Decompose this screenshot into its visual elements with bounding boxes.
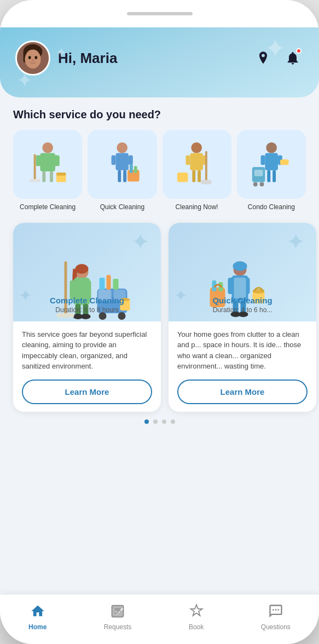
svg-point-86 [275,609,276,611]
svg-point-17 [117,142,128,153]
svg-rect-16 [56,173,66,176]
svg-rect-70 [228,278,233,294]
section-title: Which service do you need? [13,108,306,121]
svg-rect-82 [114,608,121,610]
dot-3[interactable] [162,419,166,424]
nav-item-home[interactable]: Home [18,601,57,633]
svg-rect-39 [267,170,270,182]
card-info-complete: Complete Cleaning Duration: 6 to 8 hours [13,296,161,317]
featured-card-complete: ✦ ✦ [13,223,161,412]
svg-rect-13 [34,154,36,181]
featured-cards-row: ✦ ✦ [13,223,306,412]
svg-point-3 [25,50,41,69]
svg-point-26 [192,142,202,153]
svg-point-4 [28,56,31,59]
svg-point-87 [272,609,274,611]
sparkle-icon-2: ✦ [16,69,33,92]
service-label-condo: Condo Cleaning [248,203,295,212]
svg-rect-23 [127,170,140,182]
svg-rect-30 [193,170,196,182]
card-name-complete: Complete Cleaning [21,296,153,305]
service-icon-complete [13,130,82,199]
svg-rect-27 [190,153,204,170]
book-icon [189,603,204,621]
svg-rect-32 [205,151,207,182]
svg-rect-14 [30,179,40,182]
svg-rect-8 [40,153,55,171]
bottom-nav: Home Requests [0,594,319,644]
requests-icon [110,603,125,621]
svg-rect-84 [114,612,119,613]
nav-item-requests[interactable]: Requests [93,601,143,633]
card-top-complete: ✦ ✦ [13,223,161,321]
nav-item-book[interactable]: Book [178,601,215,633]
svg-rect-40 [272,170,276,182]
svg-rect-24 [130,164,133,173]
card-desc-quick: Your home goes from clutter to a clean a… [177,329,308,372]
svg-rect-21 [118,170,121,182]
svg-rect-11 [42,171,45,182]
service-label-complete: Complete Cleaning [20,203,76,212]
nav-label-questions: Questions [261,623,291,631]
learn-more-button-complete[interactable]: Learn More [22,380,152,404]
sparkle-icon-3: ✦ [55,44,67,62]
service-icon-now [163,130,231,199]
svg-rect-18 [116,153,129,170]
service-item-cleaning-now[interactable]: Cleaning Now! [163,130,231,212]
svg-rect-22 [123,170,126,182]
phone-screen: ✦ ✦ ✦ [0,27,319,644]
phone-notch-area [0,0,319,27]
service-item-quick-cleaning[interactable]: Quick Cleaning [88,130,156,212]
svg-rect-31 [198,170,201,182]
svg-rect-25 [134,166,137,173]
svg-rect-12 [50,171,53,182]
svg-rect-64 [113,279,118,290]
svg-rect-62 [99,278,105,290]
svg-point-68 [233,261,247,271]
svg-rect-20 [129,155,133,165]
card-top-quick: ✦ ✦ [169,223,316,321]
dot-2[interactable] [153,419,158,424]
svg-rect-44 [254,170,263,176]
card-duration-quick: Duration: 4 to 6 ho... [176,306,309,314]
notification-badge [296,48,301,54]
svg-rect-45 [280,159,289,165]
service-item-condo-cleaning[interactable]: Condo Cleaning [237,130,306,212]
svg-rect-19 [112,155,116,165]
card-info-quick: Quick Cleaning Duration: 4 to 6 ho... [169,296,316,317]
nav-label-requests: Requests [104,623,132,631]
svg-rect-34 [177,173,188,182]
nav-label-book: Book [189,623,204,631]
svg-rect-33 [201,180,212,185]
svg-point-6 [32,59,34,61]
nav-item-questions[interactable]: Questions [250,601,301,633]
pagination-dots [13,419,306,424]
svg-point-7 [42,142,53,153]
card-body-complete: This service goes far beyond superficial… [13,321,161,412]
card-desc-complete: This service goes far beyond superficial… [22,329,152,372]
service-label-now: Cleaning Now! [176,203,218,212]
service-item-complete-cleaning[interactable]: Complete Cleaning [13,130,82,212]
svg-point-43 [259,182,264,187]
svg-rect-36 [265,153,278,170]
svg-rect-10 [54,155,60,166]
svg-rect-37 [260,155,265,165]
service-label-quick: Quick Cleaning [100,203,144,212]
svg-point-5 [34,56,37,59]
learn-more-button-quick[interactable]: Learn More [177,380,308,404]
dot-1[interactable] [144,419,149,424]
featured-card-quick: ✦ ✦ [169,223,316,412]
nav-label-home: Home [28,623,47,631]
svg-point-35 [266,142,277,153]
card-body-quick: Your home goes from clutter to a clean a… [169,321,316,412]
card-duration-complete: Duration: 6 to 8 hours [21,306,153,314]
svg-point-88 [277,609,279,611]
location-button[interactable] [252,47,274,69]
service-icon-quick [88,130,156,199]
home-icon [30,603,45,621]
dot-4[interactable] [171,419,175,424]
service-icon-condo [237,130,306,199]
svg-point-42 [253,182,257,187]
card-name-quick: Quick Cleaning [176,296,309,305]
notification-button[interactable] [282,47,304,69]
